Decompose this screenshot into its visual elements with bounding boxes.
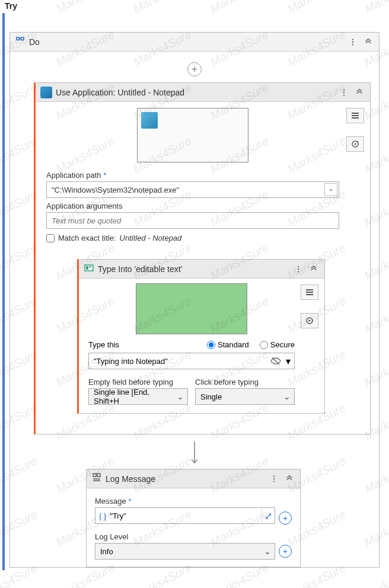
log-message-block: Log Message Message * { } "Try" ⤢ + Log … xyxy=(86,469,301,567)
svg-point-18 xyxy=(273,475,275,477)
kebab-menu-icon[interactable] xyxy=(347,36,359,48)
svg-rect-10 xyxy=(85,265,93,271)
click-before-label: Click before typing xyxy=(195,378,295,386)
radio-secure[interactable]: Secure xyxy=(260,340,295,349)
browse-path-button[interactable]: ▫ xyxy=(324,183,337,196)
use-app-title: Use Application: Untitled - Notepad xyxy=(56,88,334,97)
log-msg-title: Log Message xyxy=(106,474,264,484)
svg-point-6 xyxy=(343,91,345,92)
svg-point-20 xyxy=(273,481,275,482)
do-title: Do xyxy=(29,37,343,47)
click-before-select[interactable]: Single xyxy=(195,388,295,405)
type-into-title: Type Into 'editable text' xyxy=(98,264,289,274)
kebab-menu-icon[interactable] xyxy=(268,473,280,485)
target-screenshot[interactable] xyxy=(136,283,247,334)
do-block: Do + Use Application: Untitled - Notepad… xyxy=(9,32,380,568)
app-screenshot[interactable] xyxy=(137,108,248,162)
loglevel-select[interactable]: Info xyxy=(95,543,275,560)
svg-point-2 xyxy=(352,39,353,40)
svg-rect-1 xyxy=(21,37,24,40)
try-label: Try xyxy=(5,1,17,11)
flow-arrow-icon xyxy=(10,434,379,469)
app-path-input[interactable] xyxy=(46,181,339,198)
svg-point-9 xyxy=(355,143,356,145)
loglevel-label: Log Level xyxy=(95,532,292,541)
radio-standard[interactable]: Standard xyxy=(207,340,249,349)
svg-point-15 xyxy=(309,320,311,322)
collapse-icon[interactable] xyxy=(283,473,295,485)
svg-rect-16 xyxy=(93,474,96,477)
collapse-icon[interactable] xyxy=(308,263,320,275)
message-input[interactable]: "Try" xyxy=(110,512,262,520)
application-icon xyxy=(40,87,52,98)
log-icon xyxy=(91,472,102,485)
empty-field-label: Empty field before typing xyxy=(88,378,188,386)
target-settings-button[interactable] xyxy=(301,313,318,328)
svg-point-11 xyxy=(298,266,299,267)
expand-editor-icon[interactable]: ⤢ xyxy=(262,509,275,522)
dropdown-icon[interactable]: ▾ xyxy=(283,355,294,367)
collapse-icon[interactable] xyxy=(353,87,365,98)
collapse-icon[interactable] xyxy=(362,36,374,48)
visibility-toggle-icon[interactable] xyxy=(270,355,282,367)
use-app-header[interactable]: Use Application: Untitled - Notepad xyxy=(36,83,370,102)
svg-point-3 xyxy=(352,41,353,42)
svg-point-19 xyxy=(273,478,275,479)
svg-point-7 xyxy=(343,94,345,95)
add-activity-button[interactable]: + xyxy=(187,62,202,76)
hamburger-menu-button[interactable] xyxy=(346,108,364,123)
svg-rect-17 xyxy=(97,474,100,477)
try-rail xyxy=(2,13,5,570)
log-msg-header[interactable]: Log Message xyxy=(87,469,300,488)
svg-point-12 xyxy=(298,268,299,269)
match-title-label: Match exact title: xyxy=(58,234,116,242)
add-button[interactable]: + xyxy=(279,512,292,525)
target-settings-button[interactable] xyxy=(346,136,364,152)
add-activity-row: + xyxy=(10,52,379,82)
use-application-block: Use Application: Untitled - Notepad Appl… xyxy=(34,82,371,434)
message-label: Message * xyxy=(95,497,292,506)
svg-point-5 xyxy=(343,89,345,90)
type-this-label: Type this xyxy=(88,340,196,349)
type-value-input[interactable] xyxy=(88,353,295,369)
app-args-input[interactable] xyxy=(46,212,339,229)
match-title-value: Untitled - Notepad xyxy=(120,234,182,242)
match-title-checkbox[interactable] xyxy=(46,234,55,242)
svg-rect-0 xyxy=(17,37,20,40)
type-into-block: Type Into 'editable text' Type this Stan… xyxy=(77,259,325,414)
svg-point-13 xyxy=(298,271,299,272)
do-header[interactable]: Do xyxy=(10,33,379,52)
add-button[interactable]: + xyxy=(279,545,292,558)
app-args-label: Application arguments xyxy=(46,202,339,210)
kebab-menu-icon[interactable] xyxy=(338,87,350,98)
type-into-header[interactable]: Type Into 'editable text' xyxy=(79,260,324,279)
notepad-icon xyxy=(141,112,158,129)
type-into-icon xyxy=(84,263,94,276)
expression-icon: { } xyxy=(95,512,110,520)
sequence-icon xyxy=(15,36,25,49)
svg-point-4 xyxy=(352,44,353,45)
hamburger-menu-button[interactable] xyxy=(301,285,318,300)
empty-field-select[interactable]: Single line [End, Shift+H xyxy=(88,388,188,405)
app-path-label: Application path * xyxy=(46,171,339,180)
kebab-menu-icon[interactable] xyxy=(292,263,304,275)
